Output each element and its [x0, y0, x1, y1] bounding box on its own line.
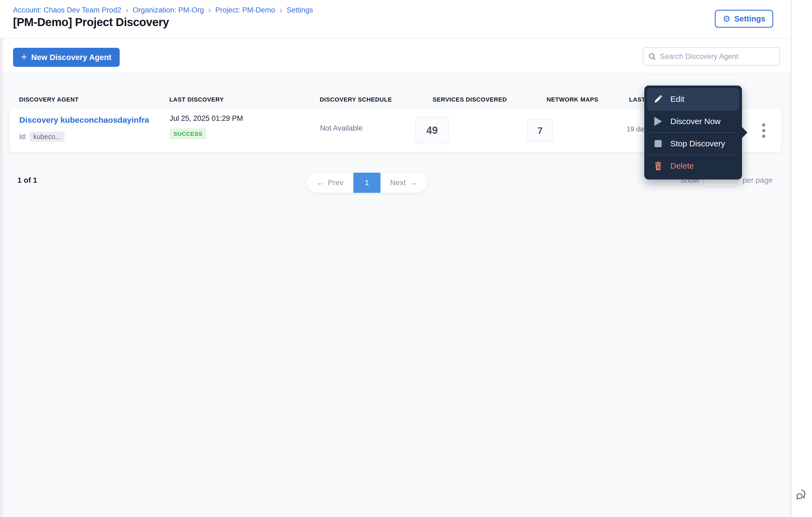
- toolbar: + New Discovery Agent: [0, 39, 791, 74]
- column-header-services-discovered: SERVICES DISCOVERED: [433, 96, 507, 103]
- play-icon: [653, 117, 663, 126]
- agent-id-label: Id:: [19, 133, 27, 141]
- project-discovery-page: Account: Chaos Dev Team Prod2 › Organiza…: [0, 0, 812, 517]
- per-page-label: per page: [743, 176, 773, 185]
- last-discovery-date: Jul 25, 2025 01:29 PM: [170, 114, 243, 123]
- page-title: [PM-Demo] Project Discovery: [13, 16, 169, 29]
- menu-item-discover-now-label: Discover Now: [670, 117, 721, 126]
- search-icon: [648, 52, 656, 60]
- pencil-icon: [653, 95, 663, 104]
- column-header-discovery-schedule: DISCOVERY SCHEDULE: [320, 96, 392, 103]
- discovery-schedule-value: Not Available: [320, 124, 362, 133]
- column-header-last: LAST: [629, 96, 645, 103]
- menu-item-edit[interactable]: Edit: [647, 88, 739, 110]
- next-page-label: Next: [390, 179, 406, 187]
- prev-page-label: Prev: [328, 179, 344, 187]
- menu-item-stop-discovery-label: Stop Discovery: [670, 139, 725, 148]
- agent-name-link[interactable]: Discovery kubeconchaosdayinfra: [19, 115, 149, 125]
- row-actions-kebab-menu-button[interactable]: [754, 121, 773, 140]
- breadcrumb-account-link[interactable]: Account: Chaos Dev Team Prod2: [13, 6, 121, 15]
- next-page-button[interactable]: Next →: [380, 173, 427, 193]
- stop-icon: [653, 140, 663, 147]
- trash-icon: [653, 162, 663, 170]
- breadcrumb: Account: Chaos Dev Team Prod2 › Organiza…: [13, 5, 313, 15]
- menu-item-discover-now[interactable]: Discover Now: [647, 110, 739, 132]
- menu-item-delete[interactable]: Delete: [647, 155, 739, 177]
- settings-button[interactable]: ⚙ Settings: [715, 10, 773, 28]
- plus-icon: +: [21, 52, 27, 62]
- network-maps-count[interactable]: 7: [527, 119, 553, 142]
- services-discovered-count[interactable]: 49: [415, 116, 448, 144]
- status-badge: SUCCESS: [170, 129, 206, 139]
- search-input[interactable]: [660, 52, 775, 61]
- breadcrumb-project-link[interactable]: Project: PM-Demo: [215, 6, 275, 15]
- current-page-button[interactable]: 1: [353, 173, 380, 193]
- last-value: 19 day: [627, 125, 647, 133]
- row-actions-context-menu: Edit Discover Now Stop Discovery Delete: [644, 85, 742, 180]
- pagination-summary: 1 of 1: [18, 176, 37, 185]
- menu-item-edit-label: Edit: [670, 94, 685, 104]
- new-discovery-agent-label: New Discovery Agent: [31, 53, 111, 62]
- arrow-left-icon: ←: [316, 179, 324, 187]
- gear-icon: ⚙: [723, 15, 731, 23]
- column-header-network-maps: NETWORK MAPS: [547, 96, 599, 103]
- column-header-last-discovery: LAST DISCOVERY: [169, 96, 224, 103]
- pagination-control: ← Prev 1 Next →: [307, 173, 427, 193]
- chevron-right-icon: ›: [280, 5, 282, 15]
- right-gutter: [791, 0, 812, 517]
- column-header-discovery-agent: DISCOVERY AGENT: [19, 96, 79, 103]
- agent-id: Id: kubeco...: [19, 132, 65, 142]
- breadcrumb-settings-link[interactable]: Settings: [287, 6, 313, 15]
- chat-bubbles-icon[interactable]: [794, 487, 810, 502]
- left-edge-strip: [0, 38, 3, 517]
- chevron-right-icon: ›: [126, 5, 128, 15]
- menu-item-stop-discovery[interactable]: Stop Discovery: [647, 133, 739, 155]
- chevron-right-icon: ›: [208, 5, 211, 15]
- breadcrumb-organization-link[interactable]: Organization: PM-Org: [133, 6, 204, 15]
- arrow-right-icon: →: [409, 179, 417, 187]
- new-discovery-agent-button[interactable]: + New Discovery Agent: [13, 48, 120, 67]
- page-header: Account: Chaos Dev Team Prod2 › Organiza…: [0, 0, 791, 38]
- settings-button-label: Settings: [734, 15, 765, 23]
- menu-item-delete-label: Delete: [670, 161, 694, 170]
- prev-page-button[interactable]: ← Prev: [307, 173, 353, 193]
- agent-id-value: kubeco...: [30, 132, 65, 142]
- search-box: [643, 47, 780, 66]
